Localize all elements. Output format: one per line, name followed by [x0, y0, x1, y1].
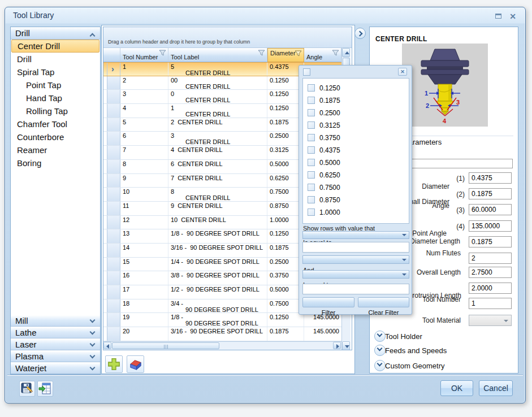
tool-label-line1: 7 CENTER DRILL: [171, 175, 265, 181]
tree-item[interactable]: Counterbore: [11, 131, 100, 144]
tree-item[interactable]: Rolling Tap: [11, 105, 100, 118]
tree-item[interactable]: Drill: [11, 53, 100, 66]
group-by-band[interactable]: Drag a column header and drop it here to…: [103, 27, 352, 48]
tree-item[interactable]: Center Drill: [11, 40, 100, 53]
filter-value-label: 0.2500: [319, 109, 340, 117]
header-tool-number[interactable]: Tool Number: [120, 48, 168, 62]
table-row[interactable]: 203/16 - 90 DEGREE SPOT DRILL0.1875145.0…: [103, 327, 341, 341]
cell-tool-label: 00CENTER DRILL: [168, 76, 267, 90]
value-checkbox[interactable]: [308, 109, 315, 116]
filter-funnel-icon[interactable]: [159, 50, 166, 56]
value-checkbox[interactable]: [308, 84, 315, 92]
tree-item[interactable]: Chamfer Tool: [11, 118, 100, 131]
tree-group-lathe[interactable]: Lathe: [11, 327, 100, 338]
header-angle[interactable]: Angle: [304, 48, 341, 62]
filter-funnel-icon[interactable]: [295, 50, 302, 57]
filter-value-row[interactable]: 0.5000: [303, 157, 409, 169]
tree-item[interactable]: Hand Tap: [11, 92, 100, 105]
tree-group-waterjet[interactable]: Waterjet: [11, 362, 100, 374]
popup-close-button[interactable]: ✕: [398, 68, 407, 76]
filter-value-row[interactable]: 0.7500: [303, 181, 409, 194]
tool-holder-expander-button[interactable]: [374, 331, 386, 342]
filter-value-row[interactable]: 0.2500: [303, 107, 409, 119]
header-tool-label[interactable]: Tool Label: [168, 48, 267, 62]
diameter-filter-popup: ✕ 0.12500.18750.25000.31250.37500.43750.…: [299, 65, 412, 315]
value-checkbox[interactable]: [308, 184, 315, 191]
overall-length-field[interactable]: 2.7500: [469, 267, 512, 278]
tree-item[interactable]: Boring: [11, 157, 100, 170]
cell-tool-label: 9 CENTER DRILL: [168, 202, 267, 215]
add-tool-button[interactable]: [105, 355, 123, 373]
ok-button[interactable]: OK: [440, 380, 473, 396]
filter-value-row[interactable]: 0.1250: [303, 82, 409, 94]
tree-item[interactable]: Point Tap: [11, 79, 100, 92]
delete-tool-button[interactable]: [127, 355, 144, 373]
custom-geometry-expander-button[interactable]: [374, 360, 386, 371]
condition-1-dropdown[interactable]: [302, 231, 409, 239]
horizontal-scroll-thumb[interactable]: [112, 342, 219, 349]
filter-value-row[interactable]: 1.0000: [303, 206, 409, 219]
diameter-length-field[interactable]: 0.1875: [469, 236, 512, 247]
condition-2-value-input[interactable]: [302, 284, 409, 294]
tree-item[interactable]: Reamer: [11, 144, 100, 157]
tree-group-mill[interactable]: Mill: [11, 315, 100, 327]
condition-2-dropdown[interactable]: [302, 270, 409, 279]
filter-value-row[interactable]: 0.3750: [303, 132, 409, 144]
angle-4-field[interactable]: 135.0000: [469, 220, 512, 232]
cell-tool-number: 3: [120, 90, 168, 103]
titlebar[interactable]: Tool Library ✕: [5, 7, 525, 24]
filter-value-row[interactable]: 0.4375: [303, 144, 409, 157]
scroll-up-button[interactable]: [342, 48, 350, 57]
filter-funnel-icon[interactable]: [332, 50, 339, 56]
operator-dropdown[interactable]: [302, 255, 409, 264]
horizontal-scrollbar[interactable]: [103, 341, 341, 350]
cancel-button[interactable]: Cancel: [479, 380, 513, 396]
tool-type-title: CENTER DRILL: [375, 35, 427, 43]
row-indicator: [107, 104, 120, 118]
diameter-1-field[interactable]: 0.4375: [469, 172, 512, 184]
condition-1-value-input[interactable]: [302, 242, 409, 253]
import-export-button[interactable]: [37, 381, 53, 397]
plus-icon: [106, 356, 122, 372]
svg-text:3: 3: [456, 99, 460, 106]
scroll-right-button[interactable]: [333, 342, 341, 349]
angle-3-field[interactable]: 60.0000: [469, 204, 512, 215]
value-checkbox[interactable]: [308, 121, 315, 129]
tool-number-field[interactable]: 1: [469, 298, 512, 309]
num-flutes-field[interactable]: 2: [469, 253, 512, 264]
filter-value-row[interactable]: 0.3125: [303, 119, 409, 132]
filter-value-row[interactable]: 0.1875: [303, 94, 409, 107]
window-close-button[interactable]: ✕: [507, 12, 518, 21]
value-checkbox[interactable]: [308, 134, 315, 141]
filter-value-row[interactable]: 0.8750: [303, 194, 409, 206]
value-checkbox[interactable]: [308, 196, 315, 203]
scroll-left-button[interactable]: [103, 342, 111, 349]
tool-label-line2: 90 DEGREE SPOT DRILL: [171, 307, 265, 313]
scroll-down-button[interactable]: [342, 341, 350, 350]
value-checkbox[interactable]: [308, 171, 315, 179]
filter-button[interactable]: Filter: [302, 297, 354, 319]
tree-group-plasma[interactable]: Plasma: [11, 350, 100, 362]
feeds-speeds-expander-button[interactable]: [374, 345, 386, 356]
tree-group-drill[interactable]: Drill: [11, 27, 100, 40]
filter-funnel-icon[interactable]: [258, 50, 265, 56]
value-checkbox[interactable]: [308, 159, 315, 166]
tool-label-line1: 2 CENTER DRILL: [171, 119, 265, 125]
cell-tool-number: 16: [120, 271, 168, 285]
diameter-2-field[interactable]: 0.1875: [469, 188, 512, 199]
value-checkbox[interactable]: [308, 97, 315, 104]
collapse-panel-button[interactable]: [354, 28, 366, 39]
tree-item-label: Counterbore: [17, 132, 64, 142]
tree-group-laser[interactable]: Laser: [11, 338, 100, 350]
clear-filter-button[interactable]: Clear Filter: [358, 297, 409, 319]
save-library-button[interactable]: [19, 381, 35, 397]
value-checkbox[interactable]: [308, 146, 315, 154]
restore-button[interactable]: [492, 12, 504, 21]
value-checkbox[interactable]: [308, 208, 315, 216]
tool-material-dropdown[interactable]: [469, 315, 512, 326]
tree-item[interactable]: Spiral Tap: [11, 66, 100, 79]
filter-value-row[interactable]: 0.6250: [303, 169, 409, 181]
select-all-checkbox[interactable]: [303, 68, 310, 76]
header-diameter[interactable]: Diameter: [267, 48, 304, 62]
protrusion-length-field[interactable]: 2.0000: [469, 283, 512, 294]
